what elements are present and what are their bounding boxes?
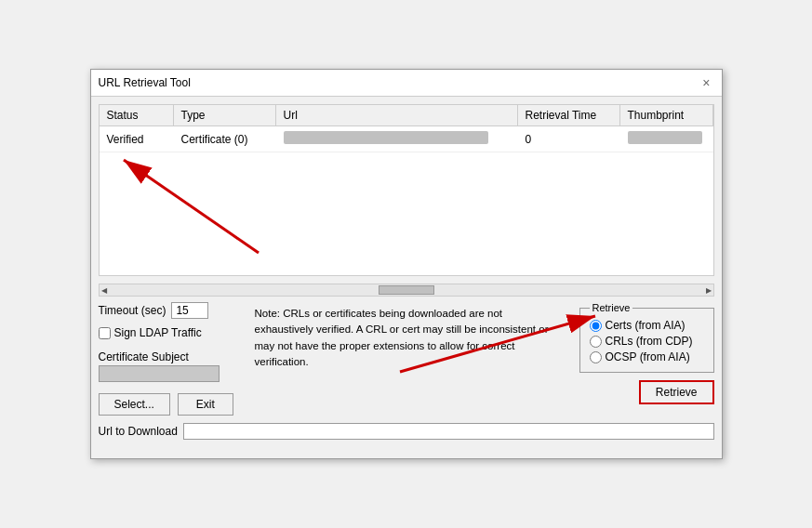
select-button[interactable]: Select... — [99, 393, 170, 416]
radio-certs-row: Certs (from AIA) — [590, 319, 704, 332]
thumbprint-placeholder-bar — [628, 131, 702, 144]
radio-crls-label: CRLs (from CDP) — [606, 335, 693, 348]
radio-ocsp-label: OCSP (from AIA) — [606, 350, 690, 363]
url-download-input[interactable] — [183, 423, 714, 440]
radio-ocsp[interactable] — [590, 351, 602, 363]
col-url: Url — [276, 105, 518, 125]
title-bar: URL Retrieval Tool × — [91, 70, 722, 97]
main-window: URL Retrieval Tool × Status Type Url Ret… — [90, 69, 723, 459]
right-controls: Retrieve Certs (from AIA) CRLs (from CDP… — [579, 302, 714, 404]
url-placeholder-bar — [284, 131, 488, 144]
cell-status: Verified — [100, 131, 174, 148]
table-row: Verified Certificate (0) 0 — [100, 126, 713, 152]
cert-subject-label: Certificate Subject — [99, 350, 238, 363]
url-download-row: Url to Download — [91, 419, 722, 447]
cell-retrieval-time: 0 — [518, 131, 620, 148]
cert-subject-section: Certificate Subject — [99, 347, 238, 382]
cell-type: Certificate (0) — [174, 131, 276, 148]
url-table: Status Type Url Retrieval Time Thumbprin… — [99, 104, 714, 276]
sign-ldap-label: Sign LDAP Traffic — [114, 326, 202, 339]
table-header: Status Type Url Retrieval Time Thumbprin… — [100, 105, 713, 126]
horizontal-scrollbar[interactable]: ◀ ▶ — [99, 284, 714, 297]
cell-thumbprint — [620, 129, 713, 149]
retrieve-button[interactable]: Retrieve — [639, 380, 714, 404]
left-controls: Timeout (sec) Sign LDAP Traffic Certific… — [99, 302, 238, 416]
timeout-input[interactable] — [171, 302, 208, 319]
exit-button[interactable]: Exit — [178, 393, 233, 416]
note-text: Note: CRLs or certificates being downloa… — [247, 302, 570, 374]
note-content: Note: CRLs or certificates being downloa… — [255, 308, 549, 367]
action-buttons: Select... Exit — [99, 393, 238, 416]
radio-crls-row: CRLs (from CDP) — [590, 335, 704, 348]
timeout-label: Timeout (sec) — [99, 304, 166, 317]
table-body: Verified Certificate (0) 0 — [100, 126, 713, 275]
sign-ldap-row: Sign LDAP Traffic — [99, 326, 238, 339]
radio-crls[interactable] — [590, 336, 602, 348]
col-type: Type — [174, 105, 276, 125]
radio-certs[interactable] — [590, 320, 602, 332]
bottom-controls: Timeout (sec) Sign LDAP Traffic Certific… — [91, 297, 722, 419]
close-button[interactable]: × — [699, 75, 713, 90]
radio-ocsp-row: OCSP (from AIA) — [590, 350, 704, 363]
col-thumbprint: Thumbprint — [620, 105, 713, 125]
col-status: Status — [100, 105, 174, 125]
url-download-label: Url to Download — [99, 425, 178, 438]
radio-certs-label: Certs (from AIA) — [606, 319, 686, 332]
scroll-thumb[interactable] — [379, 285, 434, 295]
sign-ldap-checkbox[interactable] — [99, 327, 111, 339]
timeout-row: Timeout (sec) — [99, 302, 238, 319]
window-title: URL Retrieval Tool — [99, 76, 191, 89]
cert-subject-value — [99, 365, 220, 382]
col-retrieval-time: Retrieval Time — [518, 105, 620, 125]
cell-url — [276, 129, 518, 149]
scroll-left-arrow[interactable]: ◀ — [101, 286, 107, 295]
scroll-right-arrow[interactable]: ▶ — [706, 286, 712, 295]
retrieve-legend: Retrieve — [590, 302, 633, 313]
retrieve-fieldset: Retrieve Certs (from AIA) CRLs (from CDP… — [579, 302, 714, 373]
